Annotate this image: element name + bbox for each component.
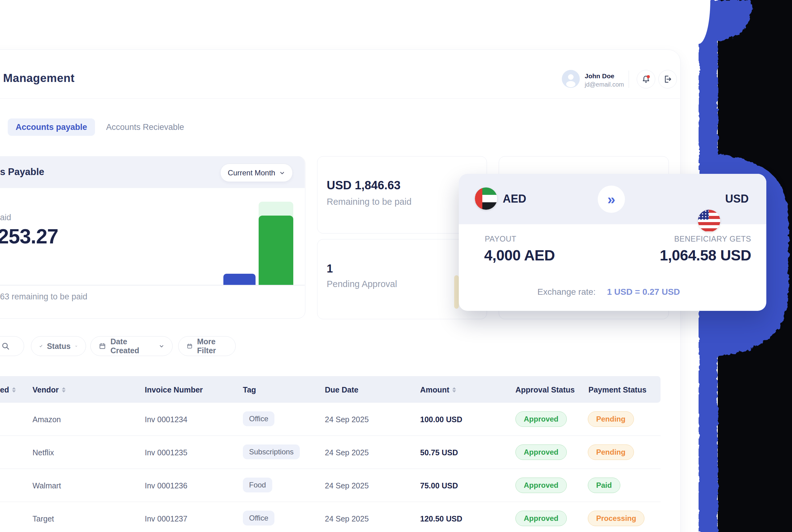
pending-count: 1: [327, 262, 333, 275]
filter-date-created[interactable]: Date Created: [90, 336, 173, 356]
amount: 100.00 USD: [420, 415, 462, 424]
col-tag: Tag: [243, 385, 256, 394]
col-approval-status: Approval Status: [515, 385, 575, 394]
vendor: Netflix: [33, 448, 54, 457]
beneficiary-value: 1,064.58 USD: [627, 247, 751, 264]
amount: 120.50 USD: [420, 514, 462, 523]
screen: Management John Doe jd@email.com Account…: [0, 0, 792, 532]
vendor: Amazon: [33, 415, 61, 424]
sort-icon[interactable]: [12, 387, 16, 393]
filter-more-label: More Filter: [197, 337, 227, 355]
paid-value: 253.27: [0, 225, 58, 248]
paid-label: aid: [0, 213, 11, 222]
payment-status-badge: Pending: [588, 411, 634, 427]
approval-status-badge: Approved: [515, 444, 567, 460]
hidden-card-accent: [454, 275, 459, 309]
exchange-rate-label: Exchange rate:: [538, 287, 596, 297]
col-amount[interactable]: Amount: [420, 385, 456, 394]
page-title: Management: [3, 72, 75, 85]
table-row[interactable]: Target Inv 0001237 Office 24 Sep 2025 12…: [0, 502, 661, 532]
check-icon: [39, 342, 43, 350]
approval-status-badge: Approved: [515, 411, 567, 427]
vendor: Target: [33, 514, 54, 523]
filter-date-created-label: Date Created: [110, 337, 154, 355]
beneficiary-label: BENEFICIARY GETS: [627, 234, 751, 243]
chevron-down-icon: [159, 343, 164, 349]
calendar-icon: [187, 342, 193, 350]
payout-value: 4,000 AED: [484, 247, 555, 264]
person-icon: [562, 70, 580, 88]
tag-badge: Office: [243, 511, 275, 526]
search-input[interactable]: [0, 336, 24, 356]
amount: 50.75 USD: [420, 448, 458, 457]
approval-status-badge: Approved: [515, 478, 567, 493]
tag-badge: Food: [243, 478, 272, 492]
logout-button[interactable]: [658, 70, 677, 89]
col-date-created[interactable]: ed: [0, 385, 16, 394]
bar-remaining: [259, 215, 293, 285]
to-currency: USD: [725, 192, 749, 205]
col-invoice-number: Invoice Number: [145, 385, 203, 394]
filter-more[interactable]: More Filter: [178, 336, 236, 356]
table-row[interactable]: Amazon Inv 0001234 Office 24 Sep 2025 10…: [0, 403, 661, 436]
calendar-icon: [99, 342, 106, 350]
period-dropdown-label: Current Month: [228, 169, 275, 177]
invoice-number: Inv 0001234: [145, 415, 188, 424]
table-row[interactable]: Walmart Inv 0001236 Food 24 Sep 2025 75.…: [0, 469, 661, 502]
filter-status-label: Status: [47, 342, 71, 351]
col-payment-status: Payment Status: [588, 385, 646, 394]
double-chevron-icon: »: [607, 191, 615, 208]
user-name: John Doe: [585, 72, 615, 80]
logout-icon: [663, 75, 672, 84]
amount: 75.00 USD: [420, 481, 458, 490]
payment-status-badge: Processing: [588, 511, 644, 526]
period-dropdown[interactable]: Current Month: [220, 164, 293, 182]
user-email: jd@email.com: [585, 81, 624, 88]
due-date: 24 Sep 2025: [325, 514, 369, 523]
tag-badge: Subscriptions: [243, 444, 300, 459]
payout-label: PAYOUT: [485, 234, 516, 243]
invoice-number: Inv 0001235: [145, 448, 188, 457]
bell-icon: [641, 75, 650, 84]
usd-flag-icon: [698, 210, 720, 232]
search-icon: [1, 341, 10, 351]
pending-label: Pending Approval: [327, 279, 397, 289]
remaining-value: USD 1,846.63: [327, 179, 401, 192]
due-date: 24 Sep 2025: [325, 448, 369, 457]
payment-status-badge: Paid: [588, 478, 620, 493]
tab-accounts-receivable[interactable]: Accounts Recievable: [106, 122, 184, 132]
tag-badge: Office: [243, 411, 275, 426]
aed-flag-icon: [475, 187, 497, 210]
header-divider: [0, 98, 680, 99]
invoice-number: Inv 0001237: [145, 514, 188, 523]
approval-status-badge: Approved: [515, 511, 567, 526]
col-due-date: Due Date: [325, 385, 358, 394]
vendor: Walmart: [33, 481, 61, 490]
invoice-number: Inv 0001236: [145, 481, 188, 490]
chevron-down-icon: [279, 170, 285, 176]
header-divider-vertical: [629, 71, 629, 88]
filter-status[interactable]: Status: [31, 336, 86, 356]
table-row[interactable]: Netflix Inv 0001235 Subscriptions 24 Sep…: [0, 436, 661, 469]
col-vendor[interactable]: Vendor: [33, 385, 65, 394]
sort-icon[interactable]: [62, 387, 65, 393]
payable-card-title: s Payable: [0, 166, 44, 177]
notifications-button[interactable]: [637, 70, 655, 89]
exchange-rate-value: 1 USD = 0.27 USD: [607, 287, 680, 297]
bar-paid: [223, 274, 256, 285]
swap-currency-button[interactable]: »: [598, 186, 625, 213]
from-currency: AED: [503, 192, 526, 205]
avatar[interactable]: [562, 70, 580, 88]
due-date: 24 Sep 2025: [325, 415, 369, 424]
payable-card-footer: 63 remaining to be paid: [0, 292, 87, 302]
chevron-down-icon: [75, 343, 78, 349]
payment-status-badge: Pending: [588, 444, 634, 460]
sort-icon[interactable]: [452, 387, 456, 393]
tab-accounts-payable[interactable]: Accounts payable: [8, 118, 95, 136]
chart-baseline: [0, 285, 305, 285]
due-date: 24 Sep 2025: [325, 481, 369, 490]
remaining-label: Remaining to be paid: [327, 197, 412, 207]
